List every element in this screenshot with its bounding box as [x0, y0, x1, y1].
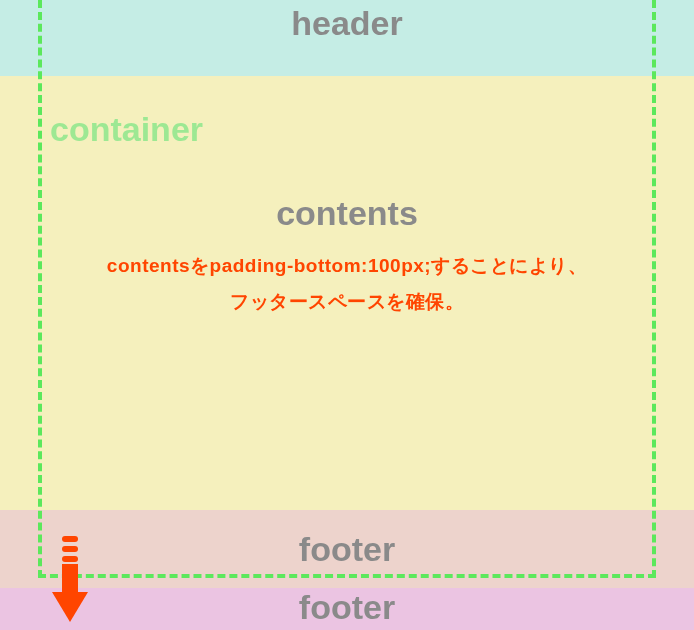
footer-section-2: footer [0, 588, 694, 630]
footer-label-1: footer [299, 530, 395, 569]
annotation-line-2: フッタースペースを確保。 [230, 291, 464, 312]
footer-section-1: footer [0, 510, 694, 588]
footer-label-2: footer [299, 588, 395, 627]
annotation-text: contentsをpadding-bottom:100px;することにより、 フ… [57, 248, 637, 320]
container-label: container [50, 110, 203, 149]
container-section: container contents contentsをpadding-bott… [0, 76, 694, 510]
annotation-line-1: contentsをpadding-bottom:100px;することにより、 [107, 255, 587, 276]
header-label: header [291, 4, 403, 43]
header-section: header [0, 0, 694, 76]
contents-label: contents [276, 194, 418, 233]
